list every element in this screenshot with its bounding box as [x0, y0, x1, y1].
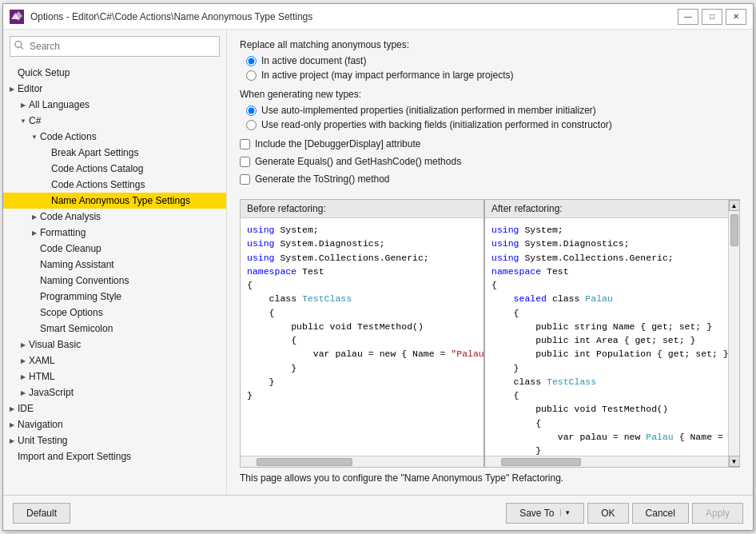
- radio-active-doc-label: In active document (fast): [261, 55, 366, 66]
- action-buttons: Save To ▼ OK Cancel Apply: [506, 503, 743, 524]
- sidebar-item-programming-style[interactable]: Programming Style: [3, 289, 226, 305]
- code-line: public int Area { get; set; }: [491, 333, 722, 347]
- radio-active-project[interactable]: In active project (may impact performanc…: [240, 70, 740, 81]
- tree-arrow-formatting: ▶: [29, 227, 40, 238]
- tree-arrow-naming-conventions: [29, 275, 40, 286]
- radio-auto-impl[interactable]: Use auto-implemented properties (initial…: [240, 105, 740, 116]
- sidebar-item-code-actions-settings[interactable]: Code Actions Settings: [3, 177, 226, 193]
- search-icon: [14, 41, 24, 53]
- radio-readonly[interactable]: Use read-only properties with backing fi…: [240, 119, 740, 130]
- tree-label-editor: Editor: [18, 83, 42, 94]
- preview-section: Before refactoring: using System;using S…: [240, 199, 740, 468]
- radio-readonly-input[interactable]: [246, 120, 257, 130]
- radio-active-doc[interactable]: In active document (fast): [240, 55, 740, 66]
- tree-arrow-code-actions-catalog: [40, 163, 51, 174]
- sidebar-item-break-apart[interactable]: Break Apart Settings: [3, 145, 226, 161]
- tree-arrow-unit-testing: ▶: [6, 435, 18, 446]
- before-code[interactable]: using System;using System.Diagnostics;us…: [241, 218, 483, 456]
- sidebar-item-quick-setup[interactable]: Quick Setup: [3, 65, 226, 81]
- scroll-down-button[interactable]: ▼: [729, 456, 740, 467]
- replace-label: Replace all matching anonymous types:: [240, 39, 740, 50]
- sidebar-item-visual-basic[interactable]: ▶Visual Basic: [3, 337, 226, 353]
- after-code[interactable]: using System;using System.Diagnostics;us…: [485, 218, 728, 456]
- radio-active-doc-input[interactable]: [246, 56, 257, 66]
- sidebar-item-formatting[interactable]: ▶Formatting: [3, 225, 226, 241]
- radio-auto-impl-input[interactable]: [246, 106, 257, 116]
- description-bar: This page allows you to configure the "N…: [240, 468, 740, 488]
- title-bar-left: Options - Editor\C#\Code Actions\Name An…: [10, 10, 312, 24]
- tree-arrow-editor: ▶: [6, 83, 18, 94]
- tree-label-naming-conventions: Naming Conventions: [40, 275, 129, 286]
- radio-active-project-input[interactable]: [246, 70, 257, 81]
- tree-label-break-apart: Break Apart Settings: [51, 147, 138, 158]
- window-title: Options - Editor\C#\Code Actions\Name An…: [30, 11, 312, 22]
- sidebar-item-code-cleanup[interactable]: Code Cleanup: [3, 241, 226, 257]
- maximize-button[interactable]: □: [702, 9, 722, 25]
- code-line: var palau = new { Name = "Palau",: [247, 347, 477, 361]
- check-equals[interactable]: Generate Equals() and GetHashCode() meth…: [240, 156, 740, 167]
- sidebar-item-naming-assistant[interactable]: Naming Assistant: [3, 257, 226, 273]
- code-line: using System.Diagnostics;: [247, 237, 477, 250]
- tree-label-html: HTML: [29, 371, 55, 382]
- sidebar-item-ide[interactable]: ▶IDE: [3, 400, 226, 416]
- sidebar-item-naming-conventions[interactable]: Naming Conventions: [3, 273, 226, 289]
- sidebar-item-xaml[interactable]: ▶XAML: [3, 353, 226, 369]
- tree-label-navigation: Navigation: [18, 419, 63, 430]
- tree-arrow-xaml: ▶: [18, 355, 29, 366]
- minimize-button[interactable]: —: [678, 9, 698, 25]
- svg-line-3: [21, 47, 23, 50]
- sidebar-item-javascript[interactable]: ▶JavaScript: [3, 385, 226, 400]
- code-line: }: [247, 361, 477, 375]
- sidebar-item-code-actions[interactable]: ▼Code Actions: [3, 129, 226, 145]
- code-line: using System.Collections.Generic;: [491, 251, 722, 265]
- check-tostring-input[interactable]: [240, 174, 250, 185]
- tree-label-quick-setup: Quick Setup: [18, 67, 70, 78]
- tree-arrow-name-anonymous: [40, 195, 51, 206]
- sidebar-item-code-analysis[interactable]: ▶Code Analysis: [3, 209, 226, 225]
- tree-label-code-cleanup: Code Cleanup: [40, 243, 101, 254]
- tree-label-csharp: C#: [29, 115, 41, 126]
- sidebar-item-code-actions-catalog[interactable]: Code Actions Catalog: [3, 161, 226, 177]
- check-debugger[interactable]: Include the [DebuggerDisplay] attribute: [240, 138, 740, 149]
- when-generating-label: When generating new types:: [240, 89, 740, 100]
- tree-view: Quick Setup▶Editor▶All Languages▼C#▼Code…: [3, 63, 226, 495]
- ok-button[interactable]: OK: [587, 503, 628, 524]
- apply-button[interactable]: Apply: [692, 503, 743, 524]
- check-debugger-input[interactable]: [240, 139, 250, 149]
- before-pane: Before refactoring: using System;using S…: [241, 200, 483, 467]
- code-line: }: [247, 375, 477, 389]
- close-button[interactable]: ✕: [726, 9, 746, 25]
- vertical-scrollbar[interactable]: ▲ ▼: [728, 200, 739, 467]
- before-scrollbar[interactable]: [241, 456, 483, 467]
- check-tostring[interactable]: Generate the ToString() method: [240, 173, 740, 185]
- scroll-up-button[interactable]: ▲: [729, 200, 740, 211]
- dialog-window: Options - Editor\C#\Code Actions\Name An…: [2, 3, 754, 531]
- sidebar-item-unit-testing[interactable]: ▶Unit Testing: [3, 432, 226, 448]
- code-line: public string Name { get; set; }: [491, 320, 722, 333]
- default-button[interactable]: Default: [13, 503, 70, 524]
- search-input[interactable]: [10, 36, 220, 57]
- save-to-arrow-icon: ▼: [560, 509, 571, 516]
- check-equals-input[interactable]: [240, 157, 250, 167]
- sidebar-item-navigation[interactable]: ▶Navigation: [3, 416, 226, 432]
- tree-label-code-actions-catalog: Code Actions Catalog: [51, 163, 143, 174]
- tree-label-javascript: JavaScript: [29, 387, 74, 398]
- sidebar-item-import-export[interactable]: Import and Export Settings: [3, 448, 226, 464]
- tree-arrow-break-apart: [40, 147, 51, 158]
- cancel-button[interactable]: Cancel: [632, 503, 689, 524]
- save-to-button[interactable]: Save To ▼: [506, 503, 584, 524]
- tree-label-naming-assistant: Naming Assistant: [40, 259, 114, 270]
- sidebar-item-editor[interactable]: ▶Editor: [3, 81, 226, 97]
- sidebar-item-scope-options[interactable]: Scope Options: [3, 305, 226, 321]
- tree-label-all-languages: All Languages: [29, 99, 90, 110]
- vs-logo-icon: [10, 10, 24, 24]
- after-scrollbar[interactable]: [485, 456, 728, 467]
- sidebar-item-html[interactable]: ▶HTML: [3, 369, 226, 385]
- sidebar-item-csharp[interactable]: ▼C#: [3, 113, 226, 129]
- sidebar-item-smart-semicolon[interactable]: Smart Semicolon: [3, 321, 226, 337]
- before-header: Before refactoring:: [241, 200, 483, 218]
- tree-arrow-smart-semicolon: [29, 323, 40, 334]
- code-line: sealed class Palau: [491, 292, 722, 305]
- sidebar-item-all-languages[interactable]: ▶All Languages: [3, 97, 226, 113]
- sidebar-item-name-anonymous[interactable]: Name Anonymous Type Settings: [3, 193, 226, 209]
